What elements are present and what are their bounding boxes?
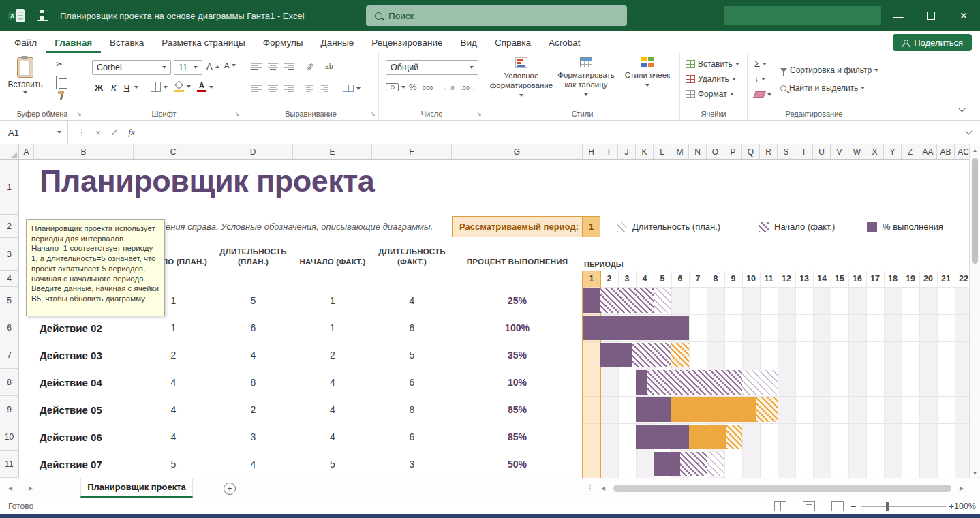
next-sheet-icon[interactable]: ▸ xyxy=(29,478,33,498)
cell-value[interactable]: 4 xyxy=(213,451,293,478)
gantt-bar-segment[interactable] xyxy=(654,288,671,313)
cell-percent-complete[interactable]: 85% xyxy=(452,396,583,423)
cell-value[interactable]: 6 xyxy=(213,314,293,341)
period-number-7[interactable]: 7 xyxy=(689,271,707,287)
gantt-bar-segment[interactable] xyxy=(632,343,672,367)
gantt-bar-segment[interactable] xyxy=(636,370,647,395)
page-layout-view-button[interactable] xyxy=(803,501,815,511)
highlighted-period-value[interactable]: 1 xyxy=(583,217,600,237)
cell-value[interactable]: 1 xyxy=(293,314,372,341)
cell-value[interactable]: 2 xyxy=(293,341,372,369)
period-number-5[interactable]: 5 xyxy=(654,271,671,287)
cell-value[interactable]: 3 xyxy=(213,423,293,451)
cell-percent-complete[interactable]: 10% xyxy=(452,369,583,396)
cell-percent-complete[interactable]: 100% xyxy=(452,314,583,341)
cell-value[interactable]: 3 xyxy=(372,451,452,478)
tab-splitter-dots[interactable]: ⋮ xyxy=(586,478,594,498)
period-number-22[interactable]: 22 xyxy=(955,271,969,287)
gantt-bar-segment[interactable] xyxy=(671,343,689,367)
cell-value[interactable]: 4 xyxy=(134,396,213,423)
gantt-bar-segment[interactable] xyxy=(689,425,726,449)
cell-value[interactable]: 5 xyxy=(372,341,452,369)
cell-action-name[interactable]: Действие 06 xyxy=(40,423,132,451)
cell-action-name[interactable]: Действие 07 xyxy=(40,451,132,478)
cell-action-name[interactable]: Действие 05 xyxy=(40,396,132,423)
hscroll-right-icon[interactable]: ▸ xyxy=(960,478,964,498)
period-number-3[interactable]: 3 xyxy=(618,271,636,287)
zoom-slider-thumb[interactable] xyxy=(886,502,889,511)
period-number-21[interactable]: 21 xyxy=(937,271,955,287)
gantt-bar-segment[interactable] xyxy=(600,343,632,367)
gantt-bar-segment[interactable] xyxy=(647,370,742,395)
period-number-6[interactable]: 6 xyxy=(671,271,689,287)
gantt-bar-segment[interactable] xyxy=(600,288,654,313)
sheet-tab-active[interactable]: Планировщик проекта xyxy=(80,478,193,498)
gantt-bar-segment[interactable] xyxy=(654,452,680,476)
cell-value[interactable]: 4 xyxy=(213,341,293,369)
cell-value[interactable]: 1 xyxy=(293,287,372,314)
period-number-8[interactable]: 8 xyxy=(707,271,724,287)
gantt-bar-segment[interactable] xyxy=(680,452,707,476)
scroll-down-icon[interactable]: ▾ xyxy=(970,468,980,478)
gantt-bar-segment[interactable] xyxy=(636,425,689,449)
period-number-15[interactable]: 15 xyxy=(831,271,848,287)
cell-value[interactable]: 2 xyxy=(134,341,213,369)
cell-value[interactable]: 6 xyxy=(372,423,452,451)
cell-value[interactable]: 6 xyxy=(372,369,452,396)
zoom-level[interactable]: 100% xyxy=(954,498,976,514)
period-number-20[interactable]: 20 xyxy=(919,271,937,287)
gantt-bar-segment[interactable] xyxy=(726,425,742,449)
cell-action-name[interactable]: Действие 04 xyxy=(40,369,132,396)
gantt-bar-segment[interactable] xyxy=(671,397,756,422)
period-number-11[interactable]: 11 xyxy=(760,271,778,287)
zoom-slider-track[interactable] xyxy=(861,506,946,507)
cell-value[interactable]: 2 xyxy=(213,396,293,423)
period-number-13[interactable]: 13 xyxy=(795,271,813,287)
hscroll-left-icon[interactable]: ◂ xyxy=(601,478,605,498)
cell-value[interactable]: 8 xyxy=(372,396,452,423)
cell-percent-complete[interactable]: 35% xyxy=(452,341,583,369)
period-number-2[interactable]: 2 xyxy=(600,271,618,287)
period-number-12[interactable]: 12 xyxy=(778,271,795,287)
cell-value[interactable]: 4 xyxy=(134,423,213,451)
cell-percent-complete[interactable]: 50% xyxy=(452,451,583,478)
cell-action-name[interactable]: Действие 02 xyxy=(40,314,132,341)
zoom-out-button[interactable]: − xyxy=(851,498,856,514)
cell-value[interactable]: 6 xyxy=(372,314,452,341)
period-number-17[interactable]: 17 xyxy=(866,271,884,287)
vertical-scroll-thumb[interactable] xyxy=(972,158,978,264)
cell-value[interactable]: 5 xyxy=(293,451,372,478)
horizontal-scrollbar[interactable] xyxy=(612,485,955,492)
normal-view-button[interactable] xyxy=(774,501,786,511)
horizontal-scroll-thumb[interactable] xyxy=(613,485,951,492)
zoom-in-button[interactable]: + xyxy=(949,498,954,514)
cell-value[interactable]: 4 xyxy=(134,369,213,396)
gantt-bar-segment[interactable] xyxy=(756,397,778,422)
gantt-bar-segment[interactable] xyxy=(583,288,600,313)
gantt-bar-segment[interactable] xyxy=(583,316,689,340)
gantt-bar-segment[interactable] xyxy=(636,397,671,422)
new-sheet-button[interactable]: + xyxy=(224,483,236,495)
prev-sheet-icon[interactable]: ◂ xyxy=(8,478,12,498)
cell-value[interactable]: 4 xyxy=(293,396,372,423)
cell-value[interactable]: 4 xyxy=(293,423,372,451)
page-break-view-button[interactable] xyxy=(831,501,844,511)
cell-value[interactable]: 1 xyxy=(134,314,213,341)
period-number-16[interactable]: 16 xyxy=(848,271,866,287)
period-number-18[interactable]: 18 xyxy=(884,271,902,287)
cell-value[interactable]: 5 xyxy=(134,451,213,478)
period-number-9[interactable]: 9 xyxy=(724,271,742,287)
gantt-bar-segment[interactable] xyxy=(707,452,724,476)
cell-percent-complete[interactable]: 85% xyxy=(452,423,583,451)
period-number-19[interactable]: 19 xyxy=(902,271,919,287)
period-number-4[interactable]: 4 xyxy=(636,271,654,287)
cell-value[interactable]: 4 xyxy=(293,369,372,396)
scroll-up-icon[interactable]: ▴ xyxy=(970,144,980,155)
period-number-10[interactable]: 10 xyxy=(742,271,760,287)
cell-value[interactable]: 5 xyxy=(213,287,293,314)
period-number-1[interactable]: 1 xyxy=(583,271,600,287)
cell-value[interactable]: 4 xyxy=(372,287,452,314)
period-number-14[interactable]: 14 xyxy=(813,271,831,287)
vertical-scrollbar[interactable]: ▴ ▾ xyxy=(969,144,980,478)
cell-percent-complete[interactable]: 25% xyxy=(452,287,583,314)
